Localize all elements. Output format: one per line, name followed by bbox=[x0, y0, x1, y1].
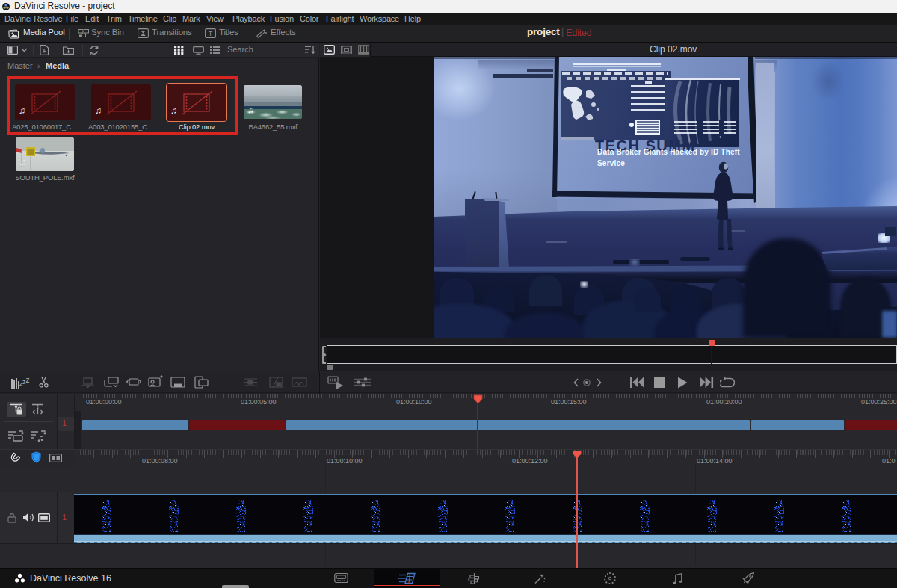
svg-text:z: z bbox=[26, 377, 30, 384]
svg-text:T: T bbox=[209, 30, 213, 37]
